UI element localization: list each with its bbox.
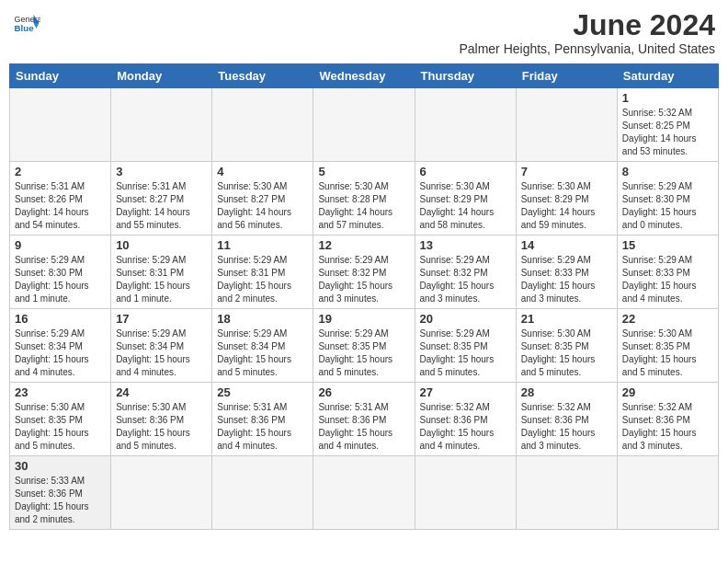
day-number: 22 xyxy=(622,312,713,326)
calendar-day-cell: 23Sunrise: 5:30 AMSunset: 8:35 PMDayligh… xyxy=(10,383,111,456)
day-number: 14 xyxy=(521,238,612,252)
day-info: Sunrise: 5:31 AMSunset: 8:36 PMDaylight:… xyxy=(217,401,308,453)
day-number: 12 xyxy=(318,238,409,252)
calendar-day-cell: 19Sunrise: 5:29 AMSunset: 8:35 PMDayligh… xyxy=(313,309,415,383)
calendar-day-cell xyxy=(313,456,415,530)
day-info: Sunrise: 5:32 AMSunset: 8:36 PMDaylight:… xyxy=(622,401,713,453)
day-of-week-header: Saturday xyxy=(617,64,718,88)
calendar-day-cell: 8Sunrise: 5:29 AMSunset: 8:30 PMDaylight… xyxy=(617,162,718,236)
calendar-day-cell: 18Sunrise: 5:29 AMSunset: 8:34 PMDayligh… xyxy=(212,309,313,383)
day-info: Sunrise: 5:30 AMSunset: 8:35 PMDaylight:… xyxy=(15,401,106,453)
day-info: Sunrise: 5:29 AMSunset: 8:33 PMDaylight:… xyxy=(622,254,713,305)
day-number: 11 xyxy=(217,238,308,252)
calendar-day-cell: 15Sunrise: 5:29 AMSunset: 8:33 PMDayligh… xyxy=(617,236,718,309)
calendar-day-cell xyxy=(111,88,212,162)
day-number: 28 xyxy=(521,385,612,399)
svg-text:Blue: Blue xyxy=(15,23,35,33)
calendar-day-cell: 4Sunrise: 5:30 AMSunset: 8:27 PMDaylight… xyxy=(212,162,313,236)
calendar-day-cell xyxy=(516,88,617,162)
day-number: 29 xyxy=(622,385,713,399)
day-info: Sunrise: 5:33 AMSunset: 8:36 PMDaylight:… xyxy=(15,475,106,526)
day-of-week-header: Tuesday xyxy=(212,64,313,88)
day-info: Sunrise: 5:29 AMSunset: 8:30 PMDaylight:… xyxy=(622,180,713,232)
calendar-day-cell xyxy=(111,456,212,530)
calendar-week-row: 9Sunrise: 5:29 AMSunset: 8:30 PMDaylight… xyxy=(10,236,719,309)
day-number: 15 xyxy=(622,238,713,252)
day-number: 10 xyxy=(116,238,207,252)
calendar-day-cell xyxy=(415,456,516,530)
day-info: Sunrise: 5:31 AMSunset: 8:26 PMDaylight:… xyxy=(15,180,106,232)
logo-icon: General Blue xyxy=(13,9,40,37)
day-number: 21 xyxy=(521,312,612,326)
day-number: 18 xyxy=(217,312,308,326)
day-info: Sunrise: 5:29 AMSunset: 8:30 PMDaylight:… xyxy=(15,254,106,305)
day-info: Sunrise: 5:32 AMSunset: 8:25 PMDaylight:… xyxy=(622,107,713,158)
day-info: Sunrise: 5:29 AMSunset: 8:32 PMDaylight:… xyxy=(318,254,409,305)
calendar-day-cell: 11Sunrise: 5:29 AMSunset: 8:31 PMDayligh… xyxy=(212,236,313,309)
calendar-day-cell: 7Sunrise: 5:30 AMSunset: 8:29 PMDaylight… xyxy=(516,162,617,236)
calendar-day-cell: 17Sunrise: 5:29 AMSunset: 8:34 PMDayligh… xyxy=(111,309,212,383)
calendar-day-cell xyxy=(212,456,313,530)
calendar-day-cell: 10Sunrise: 5:29 AMSunset: 8:31 PMDayligh… xyxy=(111,236,212,309)
calendar-day-cell: 26Sunrise: 5:31 AMSunset: 8:36 PMDayligh… xyxy=(313,383,415,456)
calendar-day-cell xyxy=(10,88,111,162)
calendar-week-row: 2Sunrise: 5:31 AMSunset: 8:26 PMDaylight… xyxy=(10,162,719,236)
calendar-day-cell xyxy=(415,88,516,162)
day-info: Sunrise: 5:30 AMSunset: 8:35 PMDaylight:… xyxy=(622,327,713,379)
svg-marker-3 xyxy=(34,23,40,29)
day-number: 20 xyxy=(420,312,511,326)
day-number: 25 xyxy=(217,385,308,399)
day-of-week-header: Sunday xyxy=(10,64,111,88)
day-info: Sunrise: 5:32 AMSunset: 8:36 PMDaylight:… xyxy=(521,401,612,453)
day-number: 24 xyxy=(116,385,207,399)
day-info: Sunrise: 5:29 AMSunset: 8:31 PMDaylight:… xyxy=(217,254,308,305)
day-number: 9 xyxy=(15,238,106,252)
calendar-day-cell: 5Sunrise: 5:30 AMSunset: 8:28 PMDaylight… xyxy=(313,162,415,236)
calendar-header-row: SundayMondayTuesdayWednesdayThursdayFrid… xyxy=(10,64,719,88)
calendar-day-cell: 3Sunrise: 5:31 AMSunset: 8:27 PMDaylight… xyxy=(111,162,212,236)
day-of-week-header: Monday xyxy=(111,64,212,88)
calendar-day-cell: 27Sunrise: 5:32 AMSunset: 8:36 PMDayligh… xyxy=(415,383,516,456)
logo: General Blue xyxy=(13,9,40,37)
calendar-day-cell: 28Sunrise: 5:32 AMSunset: 8:36 PMDayligh… xyxy=(516,383,617,456)
calendar-day-cell xyxy=(516,456,617,530)
calendar-week-row: 30Sunrise: 5:33 AMSunset: 8:36 PMDayligh… xyxy=(10,456,719,530)
day-info: Sunrise: 5:29 AMSunset: 8:34 PMDaylight:… xyxy=(217,327,308,379)
day-of-week-header: Friday xyxy=(516,64,617,88)
day-info: Sunrise: 5:30 AMSunset: 8:36 PMDaylight:… xyxy=(116,401,207,453)
day-number: 27 xyxy=(420,385,511,399)
calendar-day-cell: 12Sunrise: 5:29 AMSunset: 8:32 PMDayligh… xyxy=(313,236,415,309)
calendar-day-cell: 13Sunrise: 5:29 AMSunset: 8:32 PMDayligh… xyxy=(415,236,516,309)
day-info: Sunrise: 5:30 AMSunset: 8:28 PMDaylight:… xyxy=(318,180,409,232)
title-area: June 2024 Palmer Heights, Pennsylvania, … xyxy=(459,9,715,56)
day-info: Sunrise: 5:30 AMSunset: 8:35 PMDaylight:… xyxy=(521,327,612,379)
calendar-day-cell: 29Sunrise: 5:32 AMSunset: 8:36 PMDayligh… xyxy=(617,383,718,456)
calendar-day-cell: 14Sunrise: 5:29 AMSunset: 8:33 PMDayligh… xyxy=(516,236,617,309)
page-header: General Blue June 2024 Palmer Heights, P… xyxy=(9,9,719,56)
day-number: 6 xyxy=(420,165,511,178)
location-title: Palmer Heights, Pennsylvania, United Sta… xyxy=(459,41,715,56)
calendar-week-row: 1Sunrise: 5:32 AMSunset: 8:25 PMDaylight… xyxy=(10,88,719,162)
calendar-day-cell: 24Sunrise: 5:30 AMSunset: 8:36 PMDayligh… xyxy=(111,383,212,456)
day-info: Sunrise: 5:30 AMSunset: 8:29 PMDaylight:… xyxy=(521,180,612,232)
day-number: 1 xyxy=(622,91,713,105)
calendar-day-cell: 20Sunrise: 5:29 AMSunset: 8:35 PMDayligh… xyxy=(415,309,516,383)
calendar-day-cell: 2Sunrise: 5:31 AMSunset: 8:26 PMDaylight… xyxy=(10,162,111,236)
day-number: 7 xyxy=(521,165,612,178)
day-info: Sunrise: 5:29 AMSunset: 8:34 PMDaylight:… xyxy=(15,327,106,379)
day-info: Sunrise: 5:29 AMSunset: 8:35 PMDaylight:… xyxy=(420,327,511,379)
calendar-week-row: 16Sunrise: 5:29 AMSunset: 8:34 PMDayligh… xyxy=(10,309,719,383)
calendar-week-row: 23Sunrise: 5:30 AMSunset: 8:35 PMDayligh… xyxy=(10,383,719,456)
calendar-day-cell: 6Sunrise: 5:30 AMSunset: 8:29 PMDaylight… xyxy=(415,162,516,236)
day-number: 30 xyxy=(15,459,106,473)
day-info: Sunrise: 5:32 AMSunset: 8:36 PMDaylight:… xyxy=(420,401,511,453)
calendar-day-cell: 21Sunrise: 5:30 AMSunset: 8:35 PMDayligh… xyxy=(516,309,617,383)
calendar-day-cell: 16Sunrise: 5:29 AMSunset: 8:34 PMDayligh… xyxy=(10,309,111,383)
day-info: Sunrise: 5:29 AMSunset: 8:32 PMDaylight:… xyxy=(420,254,511,305)
day-number: 3 xyxy=(116,165,207,178)
day-number: 26 xyxy=(318,385,409,399)
day-number: 2 xyxy=(15,165,106,178)
day-number: 8 xyxy=(622,165,713,178)
day-of-week-header: Wednesday xyxy=(313,64,415,88)
day-info: Sunrise: 5:29 AMSunset: 8:33 PMDaylight:… xyxy=(521,254,612,305)
